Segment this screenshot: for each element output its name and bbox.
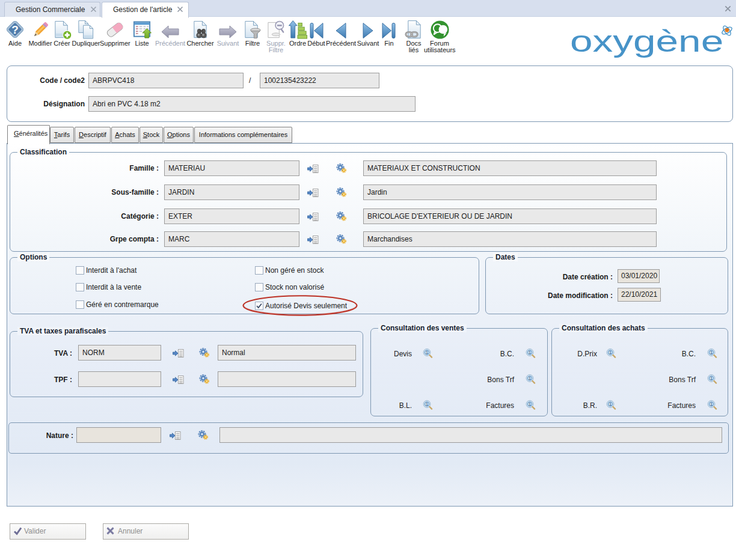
svg-text:?: ? (11, 23, 19, 36)
